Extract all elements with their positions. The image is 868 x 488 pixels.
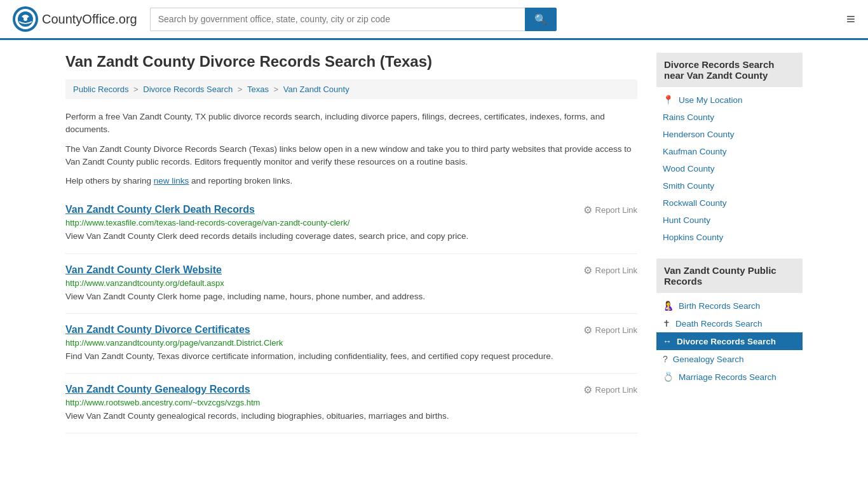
new-links[interactable]: new links bbox=[154, 176, 189, 186]
result-desc-4: View Van Zandt County genealogical recor… bbox=[65, 410, 637, 423]
result-title-3[interactable]: Van Zandt County Divorce Certificates bbox=[65, 324, 250, 335]
search-area: 🔍 bbox=[150, 8, 557, 31]
marriage-icon: 💍 bbox=[663, 372, 674, 382]
genealogy-icon: ? bbox=[663, 354, 668, 364]
sidebar-item-kaufman[interactable]: Kaufman County bbox=[656, 143, 803, 160]
site-header: CountyOffice.org 🔍 ≡ bbox=[0, 0, 868, 40]
result-url-1[interactable]: http://www.texasfile.com/texas-land-reco… bbox=[65, 218, 637, 227]
logo-icon bbox=[13, 6, 38, 32]
result-url-3[interactable]: http://www.vanzandtcounty.org/page/vanza… bbox=[65, 338, 637, 348]
sidebar-item-divorce-records[interactable]: ↔ Divorce Records Search bbox=[656, 332, 803, 350]
report-link-2[interactable]: ⚙ Report Link bbox=[583, 264, 637, 276]
logo-suffix: .org bbox=[115, 12, 137, 26]
main-layout: Van Zandt County Divorce Records Search … bbox=[53, 40, 815, 446]
nearby-header: Divorce Records Search near Van Zandt Co… bbox=[656, 53, 803, 87]
report-link-4[interactable]: ⚙ Report Link bbox=[583, 384, 637, 396]
search-button[interactable]: 🔍 bbox=[525, 8, 557, 31]
breadcrumb-public-records[interactable]: Public Records bbox=[73, 85, 128, 94]
report-link-3[interactable]: ⚙ Report Link bbox=[583, 324, 637, 336]
result-url-2[interactable]: http://www.vanzandtcounty.org/default.as… bbox=[65, 278, 637, 288]
birth-icon: 🤱 bbox=[663, 301, 674, 311]
logo[interactable]: CountyOffice.org bbox=[13, 6, 137, 32]
sidebar-item-rains[interactable]: Rains County bbox=[656, 109, 803, 126]
intro-para2: The Van Zandt County Divorce Records Sea… bbox=[65, 143, 637, 169]
sidebar-item-marriage-records[interactable]: 💍 Marriage Records Search bbox=[656, 368, 803, 386]
sidebar-item-birth-records[interactable]: 🤱 Birth Records Search bbox=[656, 297, 803, 315]
sidebar-item-hopkins[interactable]: Hopkins County bbox=[656, 229, 803, 246]
report-icon: ⚙ bbox=[583, 384, 592, 396]
sidebar-item-wood[interactable]: Wood County bbox=[656, 160, 803, 177]
report-icon: ⚙ bbox=[583, 204, 592, 216]
main-content: Van Zandt County Divorce Records Search … bbox=[65, 53, 637, 433]
breadcrumb-van-zandt[interactable]: Van Zandt County bbox=[283, 85, 349, 94]
use-location-link[interactable]: Use My Location bbox=[679, 95, 743, 105]
result-url-4[interactable]: http://www.rootsweb.ancestry.com/~txvzcg… bbox=[65, 398, 637, 407]
sidebar-item-rockwall[interactable]: Rockwall County bbox=[656, 194, 803, 212]
sidebar: Divorce Records Search near Van Zandt Co… bbox=[656, 53, 803, 433]
result-title-1[interactable]: Van Zandt County Clerk Death Records bbox=[65, 204, 255, 215]
sidebar-item-smith[interactable]: Smith County bbox=[656, 177, 803, 194]
page-title: Van Zandt County Divorce Records Search … bbox=[65, 53, 637, 71]
result-item: ⚙ Report Link Van Zandt County Clerk Web… bbox=[65, 254, 637, 314]
sidebar-item-hunt[interactable]: Hunt County bbox=[656, 212, 803, 229]
public-records-header: Van Zandt County Public Records bbox=[656, 259, 803, 293]
intro-para1: Perform a free Van Zandt County, TX publ… bbox=[65, 111, 637, 137]
breadcrumb-divorce-records[interactable]: Divorce Records Search bbox=[143, 85, 233, 94]
use-location[interactable]: 📍 Use My Location bbox=[656, 91, 803, 109]
sidebar-item-henderson[interactable]: Henderson County bbox=[656, 126, 803, 143]
sidebar-item-death-records[interactable]: ✝ Death Records Search bbox=[656, 315, 803, 332]
report-icon: ⚙ bbox=[583, 324, 592, 336]
svg-point-3 bbox=[24, 17, 27, 21]
nearby-section: Divorce Records Search near Van Zandt Co… bbox=[656, 53, 803, 246]
result-desc-1: View Van Zandt County Clerk deed records… bbox=[65, 230, 637, 243]
death-icon: ✝ bbox=[663, 318, 670, 329]
result-item: ⚙ Report Link Van Zandt County Genealogy… bbox=[65, 374, 637, 433]
results-list: ⚙ Report Link Van Zandt County Clerk Dea… bbox=[65, 194, 637, 433]
hamburger-menu-icon[interactable]: ≡ bbox=[846, 10, 855, 28]
divorce-icon: ↔ bbox=[663, 336, 672, 346]
report-link-1[interactable]: ⚙ Report Link bbox=[583, 204, 637, 216]
intro-para3: Help others by sharing new links and rep… bbox=[65, 175, 637, 187]
result-title-4[interactable]: Van Zandt County Genealogy Records bbox=[65, 384, 250, 395]
result-desc-3: Find Van Zandt County, Texas divorce cer… bbox=[65, 350, 637, 363]
public-records-section: Van Zandt County Public Records 🤱 Birth … bbox=[656, 259, 803, 386]
logo-main-text: CountyOffice bbox=[42, 12, 115, 26]
logo-text: CountyOffice.org bbox=[42, 12, 137, 27]
breadcrumb-texas[interactable]: Texas bbox=[247, 85, 269, 94]
sidebar-item-genealogy[interactable]: ? Genealogy Search bbox=[656, 350, 803, 368]
location-pin-icon: 📍 bbox=[663, 95, 674, 105]
report-icon: ⚙ bbox=[583, 264, 592, 276]
breadcrumb: Public Records > Divorce Records Search … bbox=[65, 79, 637, 99]
result-item: ⚙ Report Link Van Zandt County Divorce C… bbox=[65, 314, 637, 374]
result-item: ⚙ Report Link Van Zandt County Clerk Dea… bbox=[65, 194, 637, 254]
search-input[interactable] bbox=[150, 8, 525, 31]
result-title-2[interactable]: Van Zandt County Clerk Website bbox=[65, 264, 222, 275]
result-desc-2: View Van Zandt County Clerk home page, i… bbox=[65, 290, 637, 303]
